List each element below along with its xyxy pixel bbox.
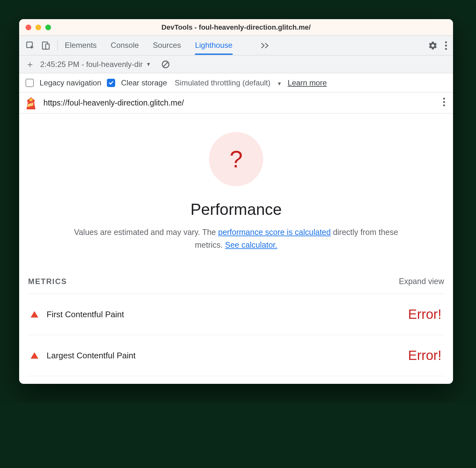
tab-console[interactable]: Console — [111, 36, 139, 55]
metric-name: Largest Contentful Paint — [47, 351, 408, 361]
report-content: ? Performance Values are estimated and m… — [19, 113, 453, 384]
metrics-label: METRICS — [28, 277, 67, 286]
score-value: ? — [229, 146, 242, 173]
lighthouse-logo-icon — [25, 97, 37, 109]
overflow-menu-icon[interactable] — [445, 41, 447, 50]
metric-row: First Contentful Paint Error! — [28, 294, 444, 335]
clear-reports-icon[interactable] — [161, 60, 170, 69]
svg-point-12 — [443, 98, 445, 99]
performance-heading: Performance — [28, 200, 444, 219]
tab-elements[interactable]: Elements — [65, 36, 97, 55]
traffic-lights — [26, 25, 51, 30]
window-maximize-button[interactable] — [45, 25, 51, 30]
tab-lighthouse[interactable]: Lighthouse — [195, 36, 232, 55]
panel-tabstrip: Elements Console Sources Lighthouse — [19, 36, 453, 55]
report-select-label: 2:45:25 PM - foul-heavenly-dir — [40, 60, 143, 69]
metrics-header: METRICS Expand view — [28, 277, 444, 294]
divider — [57, 40, 58, 51]
metric-value: Error! — [408, 348, 442, 363]
svg-point-13 — [443, 101, 445, 103]
lighthouse-options: Legacy navigation Clear storage Simulate… — [19, 73, 453, 92]
caret-down-icon: ▼ — [277, 81, 282, 86]
throttling-select[interactable]: Simulated throttling (default) ▼ — [175, 78, 282, 87]
svg-rect-9 — [29, 98, 32, 101]
svg-line-7 — [163, 62, 168, 67]
see-calculator-link[interactable]: See calculator. — [225, 240, 277, 249]
settings-gear-icon[interactable] — [428, 41, 438, 50]
more-tabs-icon[interactable] — [261, 42, 270, 49]
score-calc-link[interactable]: performance score is calculated — [218, 228, 331, 237]
window-title: DevTools - foul-heavenly-direction.glitc… — [161, 23, 311, 32]
new-report-button[interactable]: ＋ — [26, 58, 34, 70]
svg-rect-2 — [46, 44, 49, 49]
learn-more-link[interactable]: Learn more — [288, 78, 327, 87]
metric-name: First Contentful Paint — [47, 310, 408, 319]
report-url: https://foul-heavenly-direction.glitch.m… — [43, 98, 436, 107]
clear-storage-checkbox[interactable] — [107, 79, 115, 87]
legacy-navigation-label: Legacy navigation — [40, 78, 101, 87]
devtools-window: DevTools - foul-heavenly-direction.glitc… — [19, 19, 453, 384]
device-toolbar-icon[interactable] — [41, 41, 50, 50]
metric-row: Largest Contentful Paint Error! — [28, 335, 444, 376]
report-url-bar: https://foul-heavenly-direction.glitch.m… — [19, 92, 453, 113]
titlebar: DevTools - foul-heavenly-direction.glitc… — [19, 19, 453, 36]
performance-description: Values are estimated and may vary. The p… — [73, 226, 399, 251]
tab-sources[interactable]: Sources — [153, 36, 181, 55]
metric-value: Error! — [408, 307, 442, 322]
expand-view-toggle[interactable]: Expand view — [399, 277, 444, 286]
report-select[interactable]: 2:45:25 PM - foul-heavenly-dir ▼ — [40, 60, 151, 69]
caret-down-icon: ▼ — [146, 62, 151, 67]
legacy-navigation-checkbox[interactable] — [26, 79, 34, 87]
error-triangle-icon — [31, 311, 38, 318]
svg-point-4 — [445, 44, 447, 46]
error-triangle-icon — [31, 352, 38, 359]
window-close-button[interactable] — [26, 25, 31, 30]
svg-point-14 — [443, 104, 445, 106]
svg-point-5 — [445, 48, 447, 50]
clear-storage-label: Clear storage — [121, 78, 167, 87]
performance-score-gauge: ? — [209, 132, 263, 186]
svg-point-3 — [445, 41, 447, 43]
report-menu-icon[interactable] — [443, 98, 445, 108]
window-minimize-button[interactable] — [35, 25, 41, 30]
lighthouse-toolbar: ＋ 2:45:25 PM - foul-heavenly-dir ▼ — [19, 55, 453, 73]
inspect-element-icon[interactable] — [26, 41, 35, 50]
